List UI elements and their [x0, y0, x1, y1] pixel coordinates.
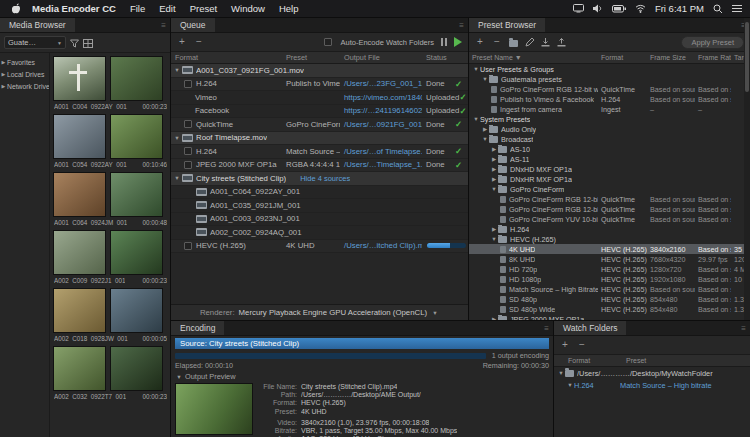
tab-media-browser[interactable]: Media Browser	[0, 18, 75, 32]
queue-row-output[interactable]: H.264Match Source – High bitra…/Users/…o…	[171, 145, 468, 159]
chevron-right-icon[interactable]: ▶	[490, 166, 498, 172]
preset-row-4k-uhd[interactable]: 4K UHDHEVC (H.265)3840x2160Based on sour…	[469, 244, 750, 254]
preset-row-gopro-cineform[interactable]: ▼GoPro CineForm	[469, 184, 750, 194]
filter-funnel-icon[interactable]	[70, 34, 79, 52]
media-thumbnail[interactable]	[53, 288, 106, 333]
preset-row-audio-only[interactable]: ▶Audio Only	[469, 124, 750, 134]
panel-menu-icon[interactable]: ≡	[737, 321, 750, 335]
preset-row-dnxhd-mxf-op1a[interactable]: ▶DNxHD MXF OP1a	[469, 164, 750, 174]
media-thumbnail[interactable]	[110, 230, 163, 275]
preset-row-jpeg-2000-mxf-op1a[interactable]: ▶JPEG 2000 MXF OP1a	[469, 314, 750, 320]
volume-icon[interactable]	[593, 4, 603, 13]
media-thumbnail[interactable]	[110, 288, 163, 333]
preset-row-as-10[interactable]: ▶AS-10	[469, 144, 750, 154]
column-output-file[interactable]: Output File	[340, 53, 422, 62]
menubar-app-name[interactable]: Media Encoder CC	[25, 3, 123, 14]
preset-row-broadcast[interactable]: ▼Broadcast	[469, 134, 750, 144]
column-format[interactable]: Format	[171, 53, 282, 62]
output-file-link[interactable]: https://…24119614602283	[344, 106, 422, 115]
chevron-down-icon[interactable]: ▼	[472, 116, 480, 122]
preset-row-hd-720p[interactable]: HD 720pHEVC (H.265)1280x720Based on sour…	[469, 264, 750, 274]
queue-row-source[interactable]: ▼A001_C037_0921FG_001.mov	[171, 64, 468, 78]
column-preset[interactable]: Preset	[282, 53, 340, 62]
tab-preset-browser[interactable]: Preset Browser	[469, 18, 545, 32]
preset-label[interactable]: Publish to Vimeo & Facebook	[282, 79, 340, 88]
preset-label[interactable]: RGBA 4:4:4:4 12-bit 10…	[282, 160, 340, 169]
menu-help[interactable]: Help	[272, 3, 306, 14]
output-checkbox[interactable]	[184, 120, 192, 128]
pause-queue-button[interactable]	[441, 38, 447, 46]
menu-edit[interactable]: Edit	[152, 3, 182, 14]
media-thumbnail[interactable]	[110, 346, 163, 391]
output-preview-header[interactable]: ▼ Output Preview	[175, 372, 549, 381]
preset-row-dnxhr-mxf-op1a[interactable]: ▶DNxHR MXF OP1a	[469, 174, 750, 184]
chevron-right-icon[interactable]: ▶	[490, 146, 498, 152]
output-checkbox[interactable]	[184, 80, 192, 88]
tree-item-favorites[interactable]: ▶Favorites	[0, 56, 49, 68]
media-thumbnail[interactable]	[53, 230, 106, 275]
hide-sources-link[interactable]: Hide 4 sources	[300, 174, 350, 183]
media-thumbnail[interactable]	[110, 114, 163, 159]
media-thumbnail[interactable]	[110, 56, 163, 101]
column-preset-name[interactable]: Preset Name ▼	[469, 54, 598, 61]
queue-row-source[interactable]: ▼Roof Timelapse.mov	[171, 132, 468, 146]
preset-label[interactable]: GoPro CineForm RGB 12-b…	[282, 120, 340, 129]
column-format[interactable]: Format	[598, 54, 647, 61]
queue-row-source[interactable]: ▼City streets (Stitched Clip)Hide 4 sour…	[171, 172, 468, 186]
output-file-link[interactable]: /Users/…itched Clip).mp4	[344, 241, 422, 250]
preset-row-gopro-cineform-rgb-12-bit-with-alpha-alias[interactable]: GoPro CineForm RGB 12-bit with alpha (Al…	[469, 84, 750, 94]
media-thumbnail[interactable]	[53, 114, 106, 159]
output-file-link[interactable]: https://vimeo.com/184066142	[344, 93, 422, 102]
export-preset-icon[interactable]	[557, 33, 566, 51]
preset-row-sd-480p[interactable]: SD 480pHEVC (H.265)854x480Based on sourc…	[469, 294, 750, 304]
menu-window[interactable]: Window	[224, 3, 272, 14]
queue-row-publish[interactable]: Facebookhttps://…24119614602283Uploaded✓	[171, 105, 468, 119]
panel-menu-icon[interactable]: ≡	[455, 18, 468, 32]
queue-row-subsource[interactable]: A001_C035_0921JM_001	[171, 199, 468, 213]
tab-watch-folders[interactable]: Watch Folders	[554, 321, 626, 335]
auto-encode-toggle[interactable]: Auto-Encode Watch Folders	[324, 38, 434, 47]
queue-row-output[interactable]: QuickTimeGoPro CineForm RGB 12-b…/Users/…	[171, 118, 468, 132]
output-file-link[interactable]: /Users/…23FG_001_1.mp4	[344, 79, 422, 88]
apple-logo-icon[interactable]	[8, 3, 25, 14]
column-format[interactable]: Format	[568, 357, 626, 364]
chevron-right-icon[interactable]: ▶	[481, 126, 489, 132]
output-checkbox[interactable]	[184, 147, 192, 155]
queue-row-publish[interactable]: Vimeohttps://vimeo.com/184066142Uploaded…	[171, 91, 468, 105]
queue-row-output[interactable]: JPEG 2000 MXF OP1aRGBA 4:4:4:4 12-bit 10…	[171, 159, 468, 173]
column-preset[interactable]: Preset	[626, 357, 646, 364]
preset-row-ingest-from-camera[interactable]: Ingest from cameraIngest––	[469, 104, 750, 114]
battery-icon[interactable]	[612, 5, 626, 13]
watch-entry-row[interactable]: ▼H.264Match Source – High bitrate	[554, 379, 750, 391]
preset-row-8k-uhd[interactable]: 8K UHDHEVC (H.265)7680x432029.97 fps120 …	[469, 254, 750, 264]
chevron-right-icon[interactable]: ▶	[490, 176, 498, 182]
preset-row-user-presets-groups[interactable]: ▼User Presets & Groups	[469, 64, 750, 74]
tree-item-network-drives[interactable]: ▶Network Drives	[0, 80, 49, 92]
tab-encoding[interactable]: Encoding	[171, 321, 224, 335]
chevron-down-icon[interactable]: ▼	[490, 186, 498, 192]
edit-preset-icon[interactable]	[525, 33, 534, 51]
preset-row-gopro-cineform-yuv-10-bit[interactable]: GoPro CineForm YUV 10-bitQuickTimeBased …	[469, 214, 750, 224]
tree-item-local-drives[interactable]: ▶Local Drives	[0, 68, 49, 80]
import-preset-icon[interactable]	[541, 33, 550, 51]
add-source-button[interactable]: +	[177, 37, 187, 47]
chevron-down-icon[interactable]: ▼	[481, 76, 489, 82]
new-group-icon[interactable]	[509, 33, 518, 51]
thumbnail-view-icon[interactable]	[83, 34, 93, 52]
column-frame-size[interactable]: Frame Size	[647, 54, 695, 61]
queue-row-encoding[interactable]: HEVC (H.265)4K UHD/Users/…itched Clip).m…	[171, 240, 468, 254]
wifi-icon[interactable]	[635, 4, 646, 13]
preset-scrollbar[interactable]	[744, 18, 750, 320]
renderer-dropdown[interactable]: Mercury Playback Engine GPU Acceleration…	[239, 308, 428, 317]
panel-menu-icon[interactable]: ≡	[540, 321, 553, 335]
preset-row-hevc-h-265[interactable]: ▼HEVC (H.265)	[469, 234, 750, 244]
chevron-down-icon[interactable]: ▼	[173, 67, 181, 73]
media-thumbnail[interactable]	[53, 56, 106, 101]
remove-source-button[interactable]: −	[194, 37, 204, 47]
preset-row-hd-1080p[interactable]: HD 1080pHEVC (H.265)1920x1080Based on so…	[469, 274, 750, 284]
preset-row-guatemala-presets[interactable]: ▼Guatemala presets	[469, 74, 750, 84]
preset-row-match-source-high-bitrate[interactable]: Match Source – High BitrateHEVC (H.265)B…	[469, 284, 750, 294]
preset-row-gopro-cineform-rgb-12-bit-with-alpha-at[interactable]: GoPro CineForm RGB 12-bit with alpha at……	[469, 204, 750, 214]
output-checkbox[interactable]	[184, 242, 192, 250]
column-frame-rate[interactable]: Frame Rate	[695, 54, 731, 61]
